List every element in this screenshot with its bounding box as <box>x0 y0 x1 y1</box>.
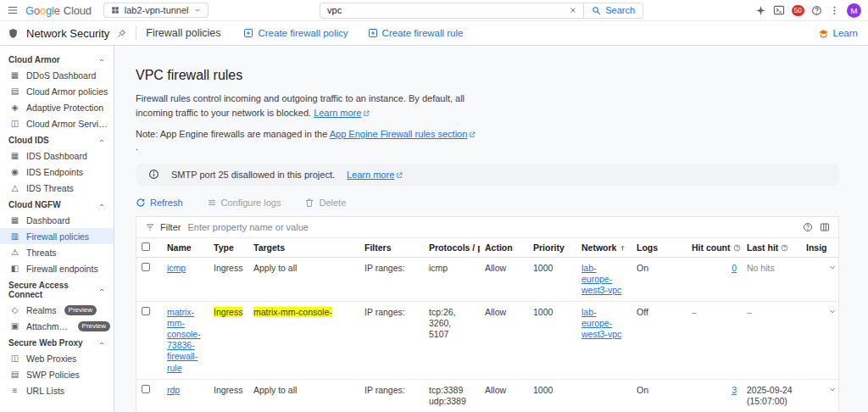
search-input[interactable] <box>320 5 563 15</box>
learn-more-link[interactable]: Learn more <box>314 108 370 118</box>
column-header-targets[interactable]: Targets <box>248 238 359 258</box>
chevron-down-icon <box>828 307 837 316</box>
expand-row-icon[interactable] <box>828 385 837 394</box>
rule-name-link[interactable]: rdp <box>167 385 180 395</box>
sidebar-item-cloud-armor-policies[interactable]: ▤Cloud Armor policies <box>0 83 114 99</box>
network-link[interactable]: lab-europe-west3-vpc <box>581 307 621 339</box>
app-engine-firewall-link[interactable]: App Engine Firewall rules section <box>330 129 476 139</box>
create-firewall-policy-button[interactable]: Create firewall policy <box>243 28 348 38</box>
banner-learn-more-link[interactable]: Learn more <box>347 170 403 180</box>
sidebar-item-url-lists[interactable]: ≡URL Lists <box>0 382 114 398</box>
row-checkbox[interactable] <box>142 385 150 393</box>
preview-badge: Preview <box>64 305 97 315</box>
sidebar-nav: Cloud Armor▦DDoS Dashboard▤Cloud Armor p… <box>0 46 114 412</box>
sidebar-section-secure-access-connect[interactable]: Secure Access Connect <box>0 276 114 302</box>
targets-cell: Apply to all <box>248 257 359 301</box>
filter-button[interactable]: Filter <box>145 222 181 232</box>
row-checkbox[interactable] <box>142 263 150 271</box>
column-header-type[interactable]: Type <box>209 238 248 258</box>
sidebar-item-ids-dashboard[interactable]: ▦IDS Dashboard <box>0 148 114 164</box>
sidebar-item-ddos-dashboard[interactable]: ▦DDoS Dashboard <box>0 67 114 83</box>
google-cloud-logo[interactable]: Google Cloud <box>25 4 92 17</box>
column-header-action[interactable]: Action <box>480 238 528 258</box>
search-button[interactable]: Search <box>583 3 643 18</box>
table-header-row: NameTypeTargetsFiltersProtocols / portsA… <box>136 238 838 258</box>
hit-count-link[interactable]: 3 <box>732 385 737 395</box>
sidebar-section-cloud-ngfw[interactable]: Cloud NGFW <box>0 196 114 212</box>
pin-icon[interactable] <box>117 29 126 38</box>
targets-value: matrix-mm-console- <box>253 307 332 317</box>
learn-button[interactable]: Learn <box>818 28 858 39</box>
sidebar-item-label: Attachments <box>26 321 70 331</box>
cloud-shell-icon[interactable] <box>773 4 785 16</box>
action-cell: Allow <box>480 379 528 412</box>
ids-dashboard-icon: ▦ <box>9 151 20 160</box>
sidebar-item-label: Cloud Armor policies <box>26 86 108 97</box>
table-body: icmpIngressApply to allIP ranges:icmpAll… <box>136 257 838 412</box>
firewall-endpoints-icon: ◧ <box>9 264 20 273</box>
expand-row-icon[interactable] <box>828 263 837 272</box>
row-select-cell <box>136 257 162 301</box>
sidebar-item-firewall-policies[interactable]: ▥Firewall policies <box>0 228 114 244</box>
sidebar-item-firewall-endpoints[interactable]: ◧Firewall endpoints <box>0 260 114 276</box>
sidebar-item-attachments[interactable]: ▣AttachmentsPreview <box>0 318 114 334</box>
menu-icon[interactable] <box>7 4 19 16</box>
sidebar-item-web-proxies[interactable]: ◫Web Proxies <box>0 350 114 366</box>
app-engine-note: Note: App Engine firewalls are managed i… <box>136 127 526 142</box>
table-row-matrix-mm-console-73836-firewall-rule: matrix-mm-console-73836-firewall-ruleIng… <box>136 301 838 379</box>
priority-cell: 1000 <box>528 301 576 379</box>
clear-search-icon[interactable] <box>563 6 583 14</box>
banner-learn-more-label: Learn more <box>347 170 394 180</box>
column-header-insights[interactable]: Insights <box>801 238 826 258</box>
more-options-icon[interactable] <box>829 5 840 16</box>
configure-logs-button[interactable]: Configure logs <box>207 198 281 208</box>
section-label: Cloud Armor <box>8 55 60 64</box>
sidebar-section-cloud-armor[interactable]: Cloud Armor <box>0 51 114 67</box>
gemini-sparkle-icon[interactable] <box>755 5 766 16</box>
name-cell: rdp <box>162 379 209 412</box>
sidebar-item-label: Realms <box>26 305 57 315</box>
sidebar-item-ids-endpoints[interactable]: ◉IDS Endpoints <box>0 164 114 180</box>
learn-more-label: Learn more <box>314 108 361 118</box>
sidebar-item-realms[interactable]: ◇RealmsPreview <box>0 302 114 318</box>
column-header-protocols-ports[interactable]: Protocols / ports <box>424 238 480 258</box>
notifications-badge[interactable]: 50 <box>792 5 804 16</box>
column-header-logs[interactable]: Logs <box>632 238 687 258</box>
expand-row-icon[interactable] <box>828 307 837 316</box>
network-link[interactable]: lab-europe-west3-vpc <box>581 263 621 295</box>
type-cell: Ingress <box>209 301 248 379</box>
column-label: Type <box>214 242 234 253</box>
table-help-icon[interactable] <box>803 222 813 232</box>
column-header-network[interactable]: Network <box>576 238 632 258</box>
column-label: Network <box>581 242 616 253</box>
column-header-priority[interactable]: Priority <box>528 238 576 258</box>
help-icon[interactable] <box>811 5 822 16</box>
select-all-checkbox[interactable] <box>142 242 150 251</box>
plus-box-icon <box>243 28 253 38</box>
refresh-button[interactable]: Refresh <box>136 198 183 208</box>
column-header-hit-count[interactable]: Hit count <box>687 238 742 258</box>
sidebar-item-swp-policies[interactable]: ▤SWP Policies <box>0 366 114 382</box>
column-header-name[interactable]: Name <box>162 238 209 258</box>
create-firewall-rule-button[interactable]: Create firewall rule <box>368 28 464 38</box>
rule-name-link[interactable]: icmp <box>167 263 186 273</box>
sidebar-section-cloud-ids[interactable]: Cloud IDS <box>0 131 114 148</box>
project-selector[interactable]: lab2-vpn-tunnel <box>103 3 209 18</box>
hit-count-link[interactable]: 0 <box>732 263 737 273</box>
avatar[interactable]: M <box>847 3 861 18</box>
sidebar-item-adaptive-protection[interactable]: ◈Adaptive Protection <box>0 99 114 115</box>
sidebar-item-threats[interactable]: ⚠Threats <box>0 244 114 260</box>
filter-input[interactable] <box>187 222 796 232</box>
column-header-filters[interactable]: Filters <box>359 238 424 258</box>
sidebar-section-secure-web-proxy[interactable]: Secure Web Proxy <box>0 334 114 350</box>
delete-button[interactable]: Delete <box>304 198 346 208</box>
column-header-last-hit[interactable]: Last hit <box>742 238 801 258</box>
sidebar-item-ids-threats[interactable]: △IDS Threats <box>0 180 114 196</box>
rule-name-link[interactable]: matrix-mm-console-73836-firewall-rule <box>167 307 201 373</box>
protocols-cell: icmp <box>424 257 480 301</box>
sidebar-item-dashboard[interactable]: ▦Dashboard <box>0 212 114 228</box>
row-checkbox[interactable] <box>142 307 150 315</box>
refresh-icon <box>136 198 146 208</box>
sidebar-item-cloud-armor-service-tier[interactable]: ◫Cloud Armor Service Tier <box>0 115 114 131</box>
column-display-icon[interactable] <box>820 222 830 232</box>
